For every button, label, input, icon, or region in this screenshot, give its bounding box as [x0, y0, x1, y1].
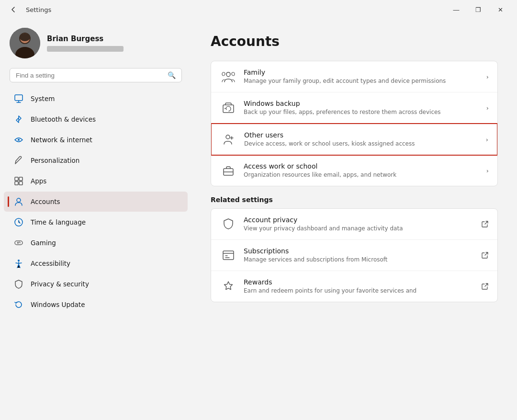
search-box: 🔍 — [10, 68, 182, 82]
rewards-external — [481, 283, 489, 290]
user-profile: Brian Burgess — [0, 19, 191, 66]
personalization-icon — [13, 155, 24, 166]
svg-rect-8 — [19, 177, 22, 181]
sidebar-item-update[interactable]: Windows Update — [4, 295, 188, 315]
windows-backup-icon — [220, 99, 237, 116]
back-button[interactable] — [6, 2, 21, 17]
windows-backup-arrow: › — [486, 104, 489, 112]
family-arrow: › — [486, 73, 489, 80]
family-title: Family — [244, 68, 482, 76]
related-settings-group: Account privacy View your privacy dashbo… — [211, 208, 498, 302]
system-icon — [13, 93, 24, 104]
settings-item-family[interactable]: Family Manage your family group, edit ac… — [211, 61, 497, 92]
sidebar-item-update-label: Windows Update — [31, 301, 85, 308]
sidebar-item-accessibility[interactable]: Accessibility — [4, 253, 188, 273]
content-area: Accounts Family Manage your family group… — [191, 19, 517, 420]
sidebar-item-apps-label: Apps — [31, 177, 46, 185]
account-privacy-title: Account privacy — [244, 216, 476, 224]
account-privacy-external — [481, 220, 489, 228]
settings-item-rewards[interactable]: Rewards Earn and redeem points for using… — [211, 271, 497, 302]
other-users-icon — [220, 131, 237, 148]
access-work-text: Access work or school Organization resou… — [244, 162, 482, 179]
privacy-icon — [13, 279, 24, 289]
apps-icon — [13, 176, 24, 186]
settings-item-access-work[interactable]: Access work or school Organization resou… — [211, 155, 497, 186]
rewards-title: Rewards — [244, 278, 476, 286]
time-icon — [13, 217, 24, 227]
svg-rect-20 — [223, 251, 234, 260]
subscriptions-desc: Manage services and subscriptions from M… — [244, 256, 476, 264]
svg-point-15 — [19, 242, 20, 243]
title-bar: Settings — ❐ ✕ — [0, 0, 517, 19]
settings-item-subscriptions[interactable]: Subscriptions Manage services and subscr… — [211, 240, 497, 271]
sidebar: Brian Burgess 🔍 System — [0, 19, 191, 420]
sidebar-item-system-label: System — [31, 95, 55, 102]
minimize-button[interactable]: — — [445, 2, 467, 17]
sidebar-nav: System Bluetooth & devices Network & int… — [0, 88, 191, 315]
svg-rect-7 — [15, 177, 18, 181]
svg-rect-10 — [19, 182, 22, 185]
account-privacy-text: Account privacy View your privacy dashbo… — [244, 216, 476, 233]
windows-backup-title: Windows backup — [244, 100, 482, 107]
access-work-arrow: › — [486, 167, 489, 174]
access-work-title: Access work or school — [244, 162, 482, 170]
sidebar-item-accounts-label: Accounts — [31, 198, 60, 205]
family-icon — [220, 68, 237, 85]
sidebar-item-bluetooth[interactable]: Bluetooth & devices — [4, 109, 188, 129]
search-input[interactable] — [16, 72, 164, 79]
sidebar-item-apps[interactable]: Apps — [4, 171, 188, 191]
access-work-icon — [220, 162, 237, 179]
svg-point-4 — [20, 34, 30, 41]
svg-point-11 — [17, 198, 21, 202]
svg-rect-5 — [15, 95, 22, 101]
sidebar-item-personalization[interactable]: Personalization — [4, 150, 188, 170]
close-button[interactable]: ✕ — [489, 2, 511, 17]
accounts-icon — [13, 196, 24, 207]
page-title: Accounts — [211, 34, 498, 49]
settings-item-account-privacy[interactable]: Account privacy View your privacy dashbo… — [211, 209, 497, 240]
svg-rect-9 — [15, 182, 18, 185]
sidebar-item-privacy-label: Privacy & security — [31, 280, 89, 288]
user-email — [47, 46, 124, 52]
user-name: Brian Burgess — [47, 34, 182, 43]
search-container: 🔍 — [0, 66, 191, 88]
search-icon: 🔍 — [168, 71, 176, 79]
update-icon — [13, 299, 24, 310]
settings-item-windows-backup[interactable]: Windows backup Back up your files, apps,… — [211, 92, 497, 124]
other-users-desc: Device access, work or school users, kio… — [244, 140, 481, 148]
accessibility-icon — [13, 258, 24, 269]
sidebar-item-accounts[interactable]: Accounts — [4, 192, 188, 212]
gaming-icon — [13, 238, 24, 248]
user-info: Brian Burgess — [47, 34, 182, 52]
avatar — [10, 28, 40, 58]
account-privacy-desc: View your privacy dashboard and manage a… — [244, 225, 476, 233]
main-layout: Brian Burgess 🔍 System — [0, 19, 517, 420]
svg-point-6 — [18, 139, 20, 141]
svg-point-14 — [20, 242, 21, 243]
other-users-title: Other users — [244, 131, 481, 139]
bluetooth-icon — [13, 114, 24, 125]
sidebar-item-accessibility-label: Accessibility — [31, 260, 70, 267]
family-desc: Manage your family group, edit account t… — [244, 77, 482, 85]
app-title: Settings — [26, 6, 51, 13]
sidebar-item-bluetooth-label: Bluetooth & devices — [31, 115, 96, 123]
windows-backup-desc: Back up your files, apps, preferences to… — [244, 108, 482, 116]
sidebar-item-system[interactable]: System — [4, 89, 188, 109]
subscriptions-external — [481, 251, 489, 259]
svg-point-18 — [226, 135, 230, 139]
account-privacy-icon — [220, 216, 237, 233]
window-controls: — ❐ ✕ — [445, 2, 511, 17]
maximize-button[interactable]: ❐ — [467, 2, 489, 17]
settings-item-other-users[interactable]: Other users Device access, work or schoo… — [211, 123, 498, 156]
sidebar-item-network-label: Network & internet — [31, 136, 92, 144]
windows-backup-text: Windows backup Back up your files, apps,… — [244, 100, 482, 116]
rewards-text: Rewards Earn and redeem points for using… — [244, 278, 476, 295]
rewards-icon — [220, 278, 237, 295]
other-users-text: Other users Device access, work or schoo… — [244, 131, 481, 148]
sidebar-item-gaming[interactable]: Gaming — [4, 233, 188, 253]
sidebar-item-network[interactable]: Network & internet — [4, 130, 188, 150]
sidebar-item-privacy[interactable]: Privacy & security — [4, 274, 188, 294]
sidebar-item-personalization-label: Personalization — [31, 157, 79, 164]
sidebar-item-time[interactable]: Time & language — [4, 212, 188, 232]
access-work-desc: Organization resources like email, apps,… — [244, 171, 482, 179]
